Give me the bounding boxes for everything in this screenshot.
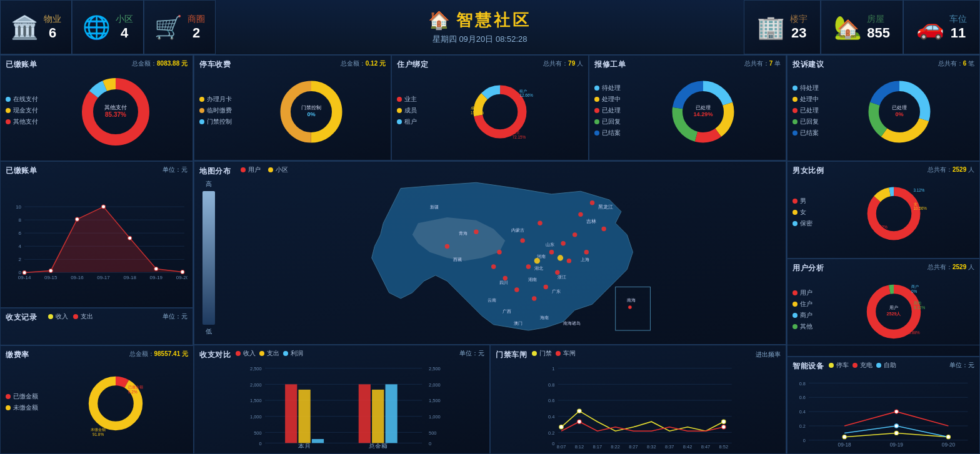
svg-text:租户: 租户 [520,88,528,92]
legend-qita: 其他支付 [6,117,38,126]
svg-text:湖南: 湖南 [528,277,537,282]
svg-text:72.15%: 72.15% [512,135,526,139]
svg-point-107 [503,276,508,280]
svg-point-29 [128,236,132,240]
svg-text:09-20: 09-20 [176,275,188,280]
svg-text:吉林: 吉林 [586,218,596,224]
svg-text:96.88%: 96.88% [906,330,920,335]
jiaofei-donut: 已缴金额 8.2% 未缴金额 91.8% [78,363,153,444]
legend-zaixian: 在线支付 [6,95,38,104]
svg-text:用户: 用户 [889,305,898,310]
svg-text:山东: 山东 [546,242,554,247]
stat-fangwu: 🏡 房屋 855 [821,0,903,54]
svg-point-96 [590,200,594,205]
svg-text:澳门: 澳门 [514,321,522,325]
svg-point-108 [526,264,531,269]
svg-text:商户: 商户 [911,284,919,289]
svg-text:海南: 海南 [540,315,549,320]
yijiao-panel: 已缴账单 总金额：8083.88 元 在线支付 现金支付 其他支付 [0,55,193,161]
legend-yuelika: 办理月卡 [199,95,232,104]
app-title: 智慧社区 [456,9,531,31]
svg-text:广西: 广西 [502,308,511,314]
svg-text:14.29%: 14.29% [693,111,712,117]
svg-text:西藏: 西藏 [453,257,462,262]
svg-point-99 [572,232,577,237]
svg-text:已处理: 已处理 [892,105,907,111]
svg-point-25 [22,270,26,274]
svg-point-106 [514,287,519,292]
svg-point-120 [628,305,632,309]
xiaoqu-value: 4 [116,25,133,41]
svg-text:广东: 广东 [552,289,561,294]
svg-text:南海诸岛: 南海诸岛 [563,321,581,325]
svg-point-28 [102,205,106,209]
office-icon: 🏢 [757,14,785,41]
svg-point-31 [181,270,184,274]
legend-linshi: 临时缴费 [199,106,232,115]
svg-point-97 [578,212,582,217]
svg-text:09-16: 09-16 [71,275,84,280]
stat-shangjuan: 🛒 商圈 2 [144,0,216,54]
svg-text:云南: 云南 [488,297,496,303]
wuye-label: 物业 [44,14,61,25]
svg-text:85.37%: 85.37% [105,111,126,118]
svg-point-115 [584,250,589,254]
tingche-panel: 停车收费 总金额：0.12 元 办理月卡 临时缴费 门禁控制 [194,55,391,160]
svg-text:09-19: 09-19 [150,275,163,280]
svg-point-98 [601,227,606,231]
svg-text:门禁控制: 门禁控制 [301,105,321,111]
nannu-panel: 男女比例 总共有：2529 人 男 女 保密 [787,161,980,259]
yonghu-donut: 用户 2529人 商户 0% 其他 3.12% 96.88% [859,271,934,352]
fangwu-label: 房屋 [867,14,890,25]
svg-text:已处理: 已处理 [696,105,711,111]
louyu-value: 23 [790,25,808,41]
svg-text:0%: 0% [911,289,918,294]
jiaofei-panel: 缴费率 总金额：98557.41 元 已缴金额 未缴金额 已缴金额 8.2% [0,345,194,454]
cart-icon: 🛒 [154,14,182,41]
zhuzhu-donut: 租户 12.66% 成员 15.19% 业主 72.15% [468,74,537,149]
svg-text:四川: 四川 [499,280,508,285]
svg-text:南海: 南海 [627,297,636,303]
svg-text:12.66%: 12.66% [520,93,534,97]
svg-text:0%: 0% [307,111,315,117]
svg-text:上海: 上海 [581,257,589,262]
chewei-label: 车位 [949,14,967,25]
baoxiu-panel: 报修工单 总共有：7 单 待处理 处理中 已处理 已回复 已结案 [589,55,786,160]
svg-text:6: 6 [19,230,22,236]
legend-xianjin: 现金支付 [6,106,38,115]
svg-point-105 [532,296,536,300]
svg-point-114 [445,244,449,249]
legend-zhichu: 支出 [73,312,93,321]
svg-text:15.19%: 15.19% [471,110,484,114]
svg-rect-118 [616,287,651,330]
shangjuan-label: 商圈 [188,14,205,25]
svg-text:09-14: 09-14 [18,275,31,280]
svg-marker-24 [24,207,182,272]
louyu-label: 楼宇 [790,14,808,25]
baoxiu-donut: 已处理 14.29% [669,77,738,146]
network-icon: 🌐 [82,14,111,41]
legend-menjin: 门禁控制 [199,117,232,126]
wuye-value: 6 [44,25,61,41]
stat-chewei: 🚗 车位 11 [903,0,980,54]
svg-point-111 [520,238,524,242]
stat-xiaoqu: 🌐 小区 4 [72,0,144,54]
svg-point-109 [491,264,496,269]
svg-point-101 [549,250,554,254]
tingche-donut: 门禁控制 0% [277,77,346,146]
chewei-value: 11 [949,25,967,41]
zhuzhu-panel: 住户绑定 总共有：79 人 业主 成员 租户 [391,55,589,160]
svg-text:3.12%: 3.12% [914,305,925,310]
building-icon: 🏛️ [11,14,39,41]
svg-point-112 [538,221,542,225]
svg-text:青海: 青海 [459,230,468,236]
shangjuan-value: 2 [188,25,205,41]
svg-point-104 [544,285,548,289]
svg-text:成员: 成员 [471,106,478,110]
tousu-panel: 投诉建议 总共有：6 笔 待处理 处理中 已处理 已回复 已结案 [787,55,980,161]
stat-wuye: 🏛️ 物业 6 [0,0,72,54]
svg-text:3.12%: 3.12% [913,188,924,192]
svg-point-30 [154,267,158,270]
svg-point-110 [497,250,501,254]
svg-text:10: 10 [16,204,21,210]
